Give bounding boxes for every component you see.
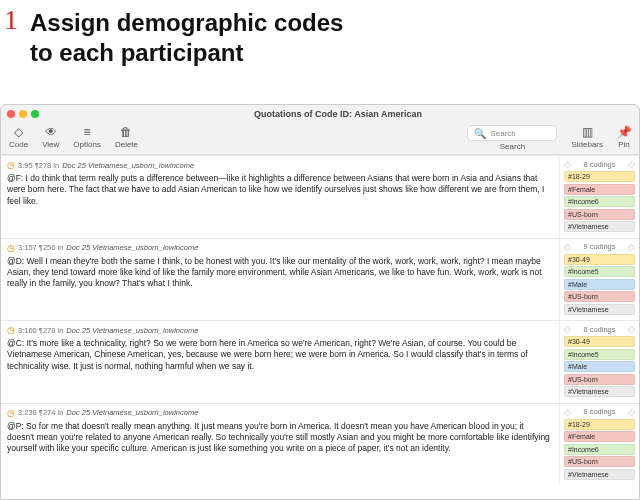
codings-count: 9 codings bbox=[583, 242, 615, 251]
window-title: Quotations of Code ID: Asian American bbox=[43, 109, 633, 119]
code-tag[interactable]: #US-born bbox=[564, 456, 635, 467]
code-tag[interactable]: #US-born bbox=[564, 291, 635, 302]
code-tag[interactable]: #Income6 bbox=[564, 444, 635, 455]
code-tag[interactable]: #30-49 bbox=[564, 254, 635, 265]
options-label: Options bbox=[73, 140, 101, 149]
delete-button[interactable]: 🗑Delete bbox=[115, 125, 138, 149]
search-label: Search bbox=[500, 142, 525, 151]
pin-icon: 📌 bbox=[617, 125, 631, 139]
code-tag[interactable]: #18-29 bbox=[564, 171, 635, 182]
diamond-icon[interactable]: ◇ bbox=[564, 242, 571, 252]
eye-icon: 👁 bbox=[44, 125, 58, 139]
code-tag[interactable]: #30-49 bbox=[564, 336, 635, 347]
sidebar-icon: ▥ bbox=[580, 125, 594, 139]
quotation-text: @F: I do think that term really puts a d… bbox=[7, 173, 553, 207]
clock-icon: ◷ bbox=[7, 243, 15, 253]
code-tag[interactable]: #Vietnamese bbox=[564, 469, 635, 480]
sidebars-button[interactable]: ▥Sidebars bbox=[571, 125, 603, 149]
step-title: Assign demographic codes to each partici… bbox=[30, 8, 343, 68]
maximize-icon[interactable] bbox=[31, 110, 39, 118]
quotation-text: @C: It's more like a technicality, right… bbox=[7, 338, 553, 372]
ref-loc: 3:238 ¶274 in bbox=[18, 408, 63, 417]
sidebars-label: Sidebars bbox=[571, 140, 603, 149]
ref-doc: Doc 25 Vietnamese_usborn_lowincome bbox=[66, 326, 198, 335]
code-tag[interactable]: #Vietnamese bbox=[564, 386, 635, 397]
diamond-icon[interactable]: ◇ bbox=[564, 159, 571, 169]
code-tag[interactable]: #Female bbox=[564, 431, 635, 442]
code-tag[interactable]: #18-29 bbox=[564, 419, 635, 430]
code-tag[interactable]: #US-born bbox=[564, 209, 635, 220]
codings-count: 8 codings bbox=[583, 325, 615, 334]
code-tag[interactable]: #Female bbox=[564, 184, 635, 195]
ref-loc: 3:157 ¶256 in bbox=[18, 243, 63, 252]
ref-loc: 3:95 ¶278 in bbox=[18, 161, 59, 170]
code-tag[interactable]: #Vietnamese bbox=[564, 221, 635, 232]
delete-label: Delete bbox=[115, 140, 138, 149]
view-button[interactable]: 👁View bbox=[42, 125, 59, 149]
search-placeholder: Search bbox=[490, 129, 515, 138]
code-tag[interactable]: #Income6 bbox=[564, 196, 635, 207]
pin-label: Pin bbox=[618, 140, 630, 149]
search-icon: 🔍 bbox=[474, 128, 486, 139]
pin-button[interactable]: 📌Pin bbox=[617, 125, 631, 149]
code-tag[interactable]: #Income5 bbox=[564, 349, 635, 360]
quotation-ref: ◷3:160 ¶278 inDoc 25 Vietnamese_usborn_l… bbox=[7, 325, 553, 335]
minimize-icon[interactable] bbox=[19, 110, 27, 118]
diamond-icon[interactable]: ◇ bbox=[564, 407, 571, 417]
clock-icon: ◷ bbox=[7, 408, 15, 418]
quotation-ref: ◷3:238 ¶274 inDoc 25 Vietnamese_usborn_l… bbox=[7, 408, 553, 418]
app-window: Quotations of Code ID: Asian American ◇C… bbox=[0, 104, 640, 500]
quotation-ref: ◷3:157 ¶256 inDoc 25 Vietnamese_usborn_l… bbox=[7, 243, 553, 253]
quotation-text: @D: Well I mean they're both the same I … bbox=[7, 256, 553, 290]
step-title-line1: Assign demographic codes bbox=[30, 8, 343, 38]
step-number: 1 bbox=[4, 4, 18, 36]
codings-panel: ◇8 codings◇#18-29#Female#Income6#US-born… bbox=[559, 156, 639, 238]
code-tag[interactable]: #Income5 bbox=[564, 266, 635, 277]
code-tag[interactable]: #Male bbox=[564, 279, 635, 290]
tag-icon: ◇ bbox=[12, 125, 26, 139]
view-label: View bbox=[42, 140, 59, 149]
quotation-text: @P: So for me that doesn't really mean a… bbox=[7, 421, 553, 455]
diamond-icon[interactable]: ◇ bbox=[628, 159, 635, 169]
quotation-row[interactable]: ◷3:157 ¶256 inDoc 25 Vietnamese_usborn_l… bbox=[1, 238, 639, 321]
quotation-row[interactable]: ◷3:95 ¶278 inDoc 25 Vietnamese_usborn_lo… bbox=[1, 155, 639, 238]
code-tag[interactable]: #Male bbox=[564, 361, 635, 372]
code-button[interactable]: ◇Code bbox=[9, 125, 28, 149]
trash-icon: 🗑 bbox=[119, 125, 133, 139]
sliders-icon: ≡ bbox=[80, 125, 94, 139]
quotation-ref: ◷3:95 ¶278 inDoc 25 Vietnamese_usborn_lo… bbox=[7, 160, 553, 170]
code-tag[interactable]: #Vietnamese bbox=[564, 304, 635, 315]
toolbar: ◇Code 👁View ≡Options 🗑Delete 🔍 Search Se… bbox=[1, 123, 639, 155]
diamond-icon[interactable]: ◇ bbox=[564, 324, 571, 334]
codings-panel: ◇8 codings◇#18-29#Female#Income6#US-born… bbox=[559, 404, 639, 486]
codings-panel: ◇8 codings◇#30-49#Income5#Male#US-born#V… bbox=[559, 321, 639, 403]
ref-loc: 3:160 ¶278 in bbox=[18, 326, 63, 335]
codings-count: 8 codings bbox=[583, 407, 615, 416]
code-label: Code bbox=[9, 140, 28, 149]
clock-icon: ◷ bbox=[7, 325, 15, 335]
titlebar: Quotations of Code ID: Asian American bbox=[1, 105, 639, 123]
ref-doc: Doc 25 Vietnamese_usborn_lowincome bbox=[66, 243, 198, 252]
ref-doc: Doc 25 Vietnamese_usborn_lowincome bbox=[62, 161, 194, 170]
options-button[interactable]: ≡Options bbox=[73, 125, 101, 149]
diamond-icon[interactable]: ◇ bbox=[628, 324, 635, 334]
step-title-line2: to each participant bbox=[30, 38, 343, 68]
close-icon[interactable] bbox=[7, 110, 15, 118]
quotation-row[interactable]: ◷3:160 ¶278 inDoc 25 Vietnamese_usborn_l… bbox=[1, 320, 639, 403]
diamond-icon[interactable]: ◇ bbox=[628, 407, 635, 417]
clock-icon: ◷ bbox=[7, 160, 15, 170]
quotation-row[interactable]: ◷3:238 ¶274 inDoc 25 Vietnamese_usborn_l… bbox=[1, 403, 639, 486]
diamond-icon[interactable]: ◇ bbox=[628, 242, 635, 252]
search-input[interactable]: 🔍 Search bbox=[467, 125, 557, 141]
ref-doc: Doc 25 Vietnamese_usborn_lowincome bbox=[66, 408, 198, 417]
codings-count: 8 codings bbox=[583, 160, 615, 169]
quotation-list: ◷3:95 ¶278 inDoc 25 Vietnamese_usborn_lo… bbox=[1, 155, 639, 499]
codings-panel: ◇9 codings◇#30-49#Income5#Male#US-born#V… bbox=[559, 239, 639, 321]
code-tag[interactable]: #US-born bbox=[564, 374, 635, 385]
